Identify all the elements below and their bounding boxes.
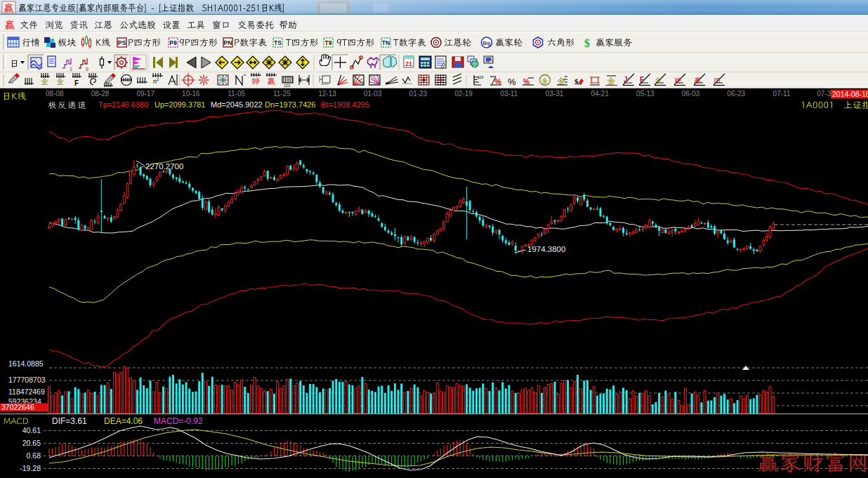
svg-text:12-13: 12-13 <box>318 90 336 98</box>
svg-text:%: % <box>523 78 530 86</box>
svg-text:2270.2700: 2270.2700 <box>145 162 183 171</box>
svg-text:37022646: 37022646 <box>1 403 34 411</box>
svg-text:40.61: 40.61 <box>22 426 41 434</box>
svg-text:01-23: 01-23 <box>409 90 428 98</box>
svg-text:02-19: 02-19 <box>454 90 473 98</box>
svg-text:%: % <box>494 77 501 86</box>
svg-text:0.68: 0.68 <box>27 451 41 460</box>
svg-text:P9: P9 <box>169 39 177 46</box>
svg-text:9: 9 <box>86 67 88 72</box>
svg-text:177708703: 177708703 <box>8 376 46 384</box>
svg-text:1974.3800: 1974.3800 <box>527 245 565 253</box>
svg-text:T9: T9 <box>325 39 332 46</box>
svg-text:123: 123 <box>478 75 484 79</box>
svg-text:03-11: 03-11 <box>500 90 518 98</box>
svg-text:": " <box>244 73 246 80</box>
svg-text:08-28: 08-28 <box>91 90 110 98</box>
svg-text:%: % <box>508 77 516 87</box>
svg-text:05-13: 05-13 <box>636 90 655 98</box>
svg-text:08-08: 08-08 <box>46 90 64 98</box>
svg-text:TS: TS <box>274 39 282 46</box>
svg-text:DEA=4.06: DEA=4.06 <box>104 416 143 426</box>
svg-text:Bt=1908.4295: Bt=1908.4295 <box>321 100 369 109</box>
svg-text:Tp=2146.6380: Tp=2146.6380 <box>98 100 148 109</box>
svg-text:F: F <box>640 76 644 84</box>
svg-text:$: $ <box>574 77 579 86</box>
svg-text:03-31: 03-31 <box>546 90 564 98</box>
svg-text:F: F <box>74 79 79 87</box>
svg-text:01-03: 01-03 <box>364 90 382 98</box>
svg-text:2014-08-18: 2014-08-18 <box>832 90 868 98</box>
svg-text:TN: TN <box>382 39 390 46</box>
svg-text:Big: Big <box>483 41 491 46</box>
svg-text:PN: PN <box>224 39 232 46</box>
svg-text:06-23: 06-23 <box>728 90 746 98</box>
svg-text:$: $ <box>584 37 590 49</box>
svg-text:20.65: 20.65 <box>22 439 41 447</box>
svg-text:1614.0885: 1614.0885 <box>8 359 44 368</box>
svg-text:10-16: 10-16 <box>182 90 200 98</box>
svg-text:PS: PS <box>118 39 126 46</box>
svg-text:DIF=3.61: DIF=3.61 <box>52 416 87 426</box>
svg-text:11-05: 11-05 <box>228 90 245 98</box>
svg-text:09-17: 09-17 <box>136 90 154 98</box>
svg-text:11-25: 11-25 <box>273 90 291 98</box>
svg-text:Dn=1973.7426: Dn=1973.7426 <box>265 100 315 109</box>
svg-text:-19.28: -19.28 <box>20 464 41 472</box>
svg-text:21: 21 <box>405 60 412 67</box>
svg-text:123: 123 <box>284 84 290 88</box>
svg-text:07-11: 07-11 <box>773 90 791 98</box>
svg-text:04-21: 04-21 <box>591 90 609 98</box>
svg-text:Up=2099.3781: Up=2099.3781 <box>154 100 205 109</box>
svg-text:118472469: 118472469 <box>8 387 45 396</box>
svg-text:Md=2045.9022: Md=2045.9022 <box>211 100 263 109</box>
svg-text:J: J <box>624 76 628 84</box>
svg-text:06-03: 06-03 <box>682 90 700 98</box>
svg-text:3: 3 <box>70 67 72 72</box>
svg-text:MACD=-0.92: MACD=-0.92 <box>154 416 203 426</box>
